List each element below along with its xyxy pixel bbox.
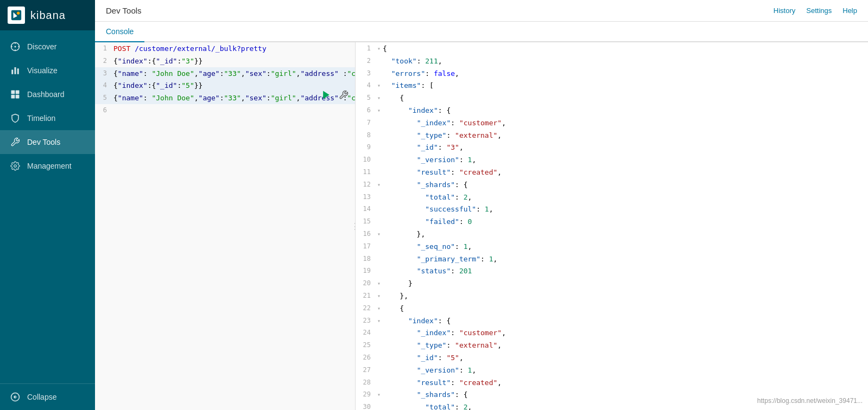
history-link[interactable]: History: [774, 7, 795, 15]
gear-icon: [10, 161, 21, 171]
header-actions: History Settings Help: [774, 7, 857, 15]
output-line-11: 11 "result": "created",: [356, 166, 868, 178]
output-line-10: 10 "_version": 1,: [356, 153, 868, 166]
sidebar-nav: Discover Visualize Dashboard Timelion: [0, 30, 95, 383]
output-line-24: 24 "_index": "customer",: [356, 326, 868, 339]
output-line-12: 12 ▾ "_shards": {: [356, 178, 868, 191]
output-line-3: 3 "errors": false,: [356, 67, 868, 80]
bar-chart-icon: [10, 65, 21, 76]
output-editor: 1 ▾ { 2 "took": 211, 3 "errors": false, …: [356, 42, 868, 410]
output-line-4: 4 ▾ "items": [: [356, 79, 868, 92]
tabs: Console: [95, 22, 868, 42]
sidebar-item-management[interactable]: Management: [0, 154, 95, 178]
sidebar-item-timelion-label: Timelion: [27, 114, 55, 123]
editor-area: 1 POST /customer/external/_bulk?pretty 2…: [95, 42, 868, 410]
right-pane[interactable]: 1 ▾ { 2 "took": 211, 3 "errors": false, …: [356, 42, 868, 410]
sidebar: kibana Discover Visualize Dashboard: [0, 0, 95, 410]
svg-rect-4: [11, 70, 13, 74]
tab-console[interactable]: Console: [95, 22, 144, 42]
resize-handle[interactable]: ⋮: [352, 42, 356, 410]
sidebar-item-discover[interactable]: Discover: [0, 35, 95, 59]
app-title: kibana: [30, 9, 66, 22]
sidebar-item-devtools-label: Dev Tools: [27, 138, 60, 146]
sidebar-logo: kibana: [0, 0, 95, 30]
sidebar-item-dashboard[interactable]: Dashboard: [0, 82, 95, 106]
output-line-26: 26 "_id": "5",: [356, 351, 868, 364]
compass-icon: [10, 41, 21, 52]
svg-point-3: [15, 46, 16, 48]
circle-arrow-icon: [10, 392, 21, 402]
sidebar-item-timelion[interactable]: Timelion: [0, 106, 95, 130]
svg-rect-7: [11, 91, 15, 94]
output-line-16: 16 ▾ },: [356, 228, 868, 240]
run-button[interactable]: [319, 88, 333, 102]
request-settings-button[interactable]: [337, 88, 351, 102]
left-pane: 1 POST /customer/external/_bulk?pretty 2…: [95, 42, 356, 410]
watermark: https://blog.csdn.net/weixin_39471...: [757, 397, 863, 405]
svg-rect-6: [17, 68, 19, 74]
code-line-1: 1 POST /customer/external/_bulk?pretty: [95, 42, 355, 55]
output-line-7: 7 "_index": "customer",: [356, 117, 868, 129]
output-line-1: 1 ▾ {: [356, 42, 868, 55]
output-line-14: 14 "successful": 1,: [356, 203, 868, 215]
output-line-2: 2 "took": 211,: [356, 55, 868, 67]
sidebar-item-visualize-label: Visualize: [27, 66, 58, 75]
output-line-5: 5 ▾ {: [356, 92, 868, 104]
output-line-22: 22 ▾ {: [356, 302, 868, 315]
output-line-20: 20 ▾ }: [356, 277, 868, 290]
output-line-6: 6 ▾ "index": {: [356, 104, 868, 117]
svg-point-1: [17, 12, 20, 15]
sidebar-item-dashboard-label: Dashboard: [27, 90, 65, 99]
kibana-icon: [8, 7, 25, 24]
sidebar-item-devtools[interactable]: Dev Tools: [0, 130, 95, 154]
svg-rect-10: [16, 95, 20, 99]
code-line-5: 5 {"name": "John Doe","age":"33","sex":"…: [95, 92, 355, 104]
svg-rect-8: [16, 91, 20, 94]
wrench-icon: [10, 137, 21, 148]
output-line-9: 9 "_id": "3",: [356, 141, 868, 153]
sidebar-item-management-label: Management: [27, 162, 72, 170]
output-line-17: 17 "_seq_no": 1,: [356, 240, 868, 253]
code-line-2: 2 {"index":{"_id":"3"}}: [95, 55, 355, 67]
svg-marker-12: [323, 91, 330, 99]
svg-rect-5: [15, 67, 16, 74]
collapse-label: Collapse: [27, 393, 56, 401]
output-line-28: 28 "result": "created",: [356, 376, 868, 389]
help-link[interactable]: Help: [842, 7, 857, 15]
top-header: Dev Tools History Settings Help: [95, 0, 868, 22]
output-line-27: 27 "_version": 1,: [356, 364, 868, 376]
svg-rect-9: [11, 95, 15, 99]
editor-toolbar: [319, 88, 351, 102]
shield-icon: [10, 113, 21, 124]
output-line-8: 8 "_type": "external",: [356, 129, 868, 142]
output-line-21: 21 ▾ },: [356, 290, 868, 302]
output-line-18: 18 "_primary_term": 1,: [356, 253, 868, 265]
code-line-4: 4 {"index":{"_id":"5"}}: [95, 79, 355, 92]
sidebar-item-discover-label: Discover: [27, 42, 56, 51]
code-line-3: 3 {"name": "John Doe","age":"33","sex":"…: [95, 67, 355, 80]
grid-icon: [10, 89, 21, 100]
input-editor[interactable]: 1 POST /customer/external/_bulk?pretty 2…: [95, 42, 355, 410]
output-line-25: 25 "_type": "external",: [356, 339, 868, 351]
output-line-15: 15 "failed": 0: [356, 215, 868, 228]
code-line-6: 6: [95, 104, 355, 116]
output-line-23: 23 ▾ "index": {: [356, 315, 868, 327]
output-line-19: 19 "status": 201: [356, 265, 868, 277]
main-content: Dev Tools History Settings Help Console …: [95, 0, 868, 410]
collapse-button[interactable]: Collapse: [0, 383, 95, 410]
sidebar-item-visualize[interactable]: Visualize: [0, 59, 95, 82]
page-title: Dev Tools: [106, 6, 142, 15]
output-line-13: 13 "total": 2,: [356, 191, 868, 203]
settings-link[interactable]: Settings: [806, 7, 832, 15]
